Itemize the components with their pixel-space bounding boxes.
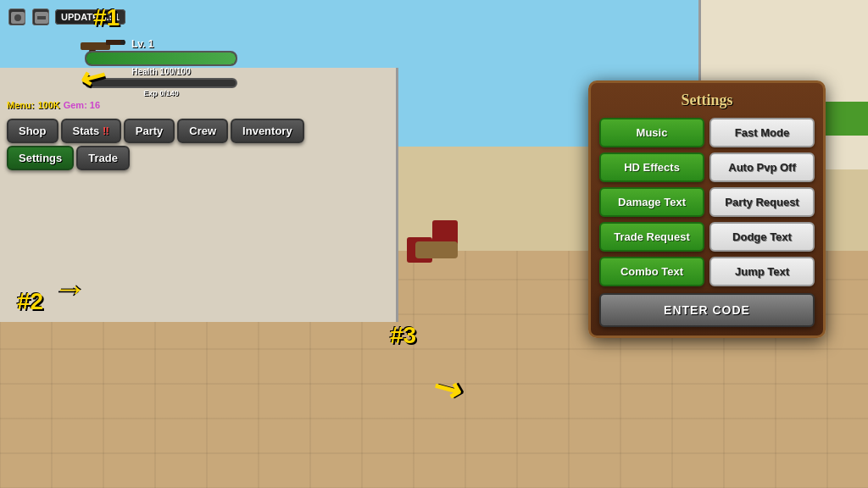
inventory-button[interactable]: Inventory [231, 119, 304, 143]
party-request-button[interactable]: Party Request [709, 187, 815, 217]
stats-row: Menu: 100K Gem: 16 [7, 100, 100, 110]
shop-button[interactable]: Shop [7, 119, 58, 143]
svg-point-7 [120, 40, 125, 45]
health-bar-fill [86, 53, 236, 64]
hd-effects-button[interactable]: HD Effects [599, 152, 704, 182]
game-icon-1 [8, 8, 25, 25]
fast-mode-button[interactable]: Fast Mode [709, 118, 815, 147]
settings-title: Settings [599, 92, 815, 109]
settings-grid: Music Fast Mode HD Effects Auto Pvp Off … [599, 118, 815, 286]
nav-row-1: Shop Stats ‼ Party Crew Inventory [7, 119, 304, 143]
auto-pvp-button[interactable]: Auto Pvp Off [709, 152, 815, 182]
nav-row-2: Settings Trade [7, 146, 130, 170]
stats-notification: ‼ [103, 125, 109, 137]
annotation-number-1: #1 [93, 4, 120, 31]
health-bar-bg [85, 51, 237, 66]
dodge-text-button[interactable]: Dodge Text [709, 222, 815, 252]
svg-point-1 [14, 14, 21, 21]
gem-label: Gem: 16 [64, 100, 100, 110]
settings-button[interactable]: Settings [7, 146, 74, 170]
trade-request-button[interactable]: Trade Request [599, 222, 704, 252]
table-object [415, 241, 458, 258]
svg-rect-4 [81, 42, 110, 50]
jump-text-button[interactable]: Jump Text [709, 257, 815, 286]
crew-button[interactable]: Crew [177, 119, 228, 143]
game-icon-2 [32, 8, 49, 25]
level-display: Lv. 1 [131, 38, 153, 50]
damage-text-button[interactable]: Damage Text [599, 187, 704, 217]
exp-bar-bg [85, 78, 237, 88]
annotation-number-2: #2 ↑ [17, 288, 43, 315]
stats-button[interactable]: Stats ‼ [61, 119, 121, 143]
exp-text: Exp 0/140 [85, 89, 237, 97]
music-button[interactable]: Music [599, 118, 704, 147]
beli-amount: 100K [37, 100, 59, 110]
svg-rect-3 [37, 16, 46, 19]
annotation-number-3: #3 [390, 322, 416, 349]
enter-code-button[interactable]: ENTER CODE [599, 293, 815, 327]
party-button[interactable]: Party [124, 119, 175, 143]
settings-panel: Settings Music Fast Mode HD Effects Auto… [588, 80, 826, 338]
trade-button[interactable]: Trade [76, 146, 130, 170]
combo-text-button[interactable]: Combo Text [599, 257, 704, 286]
menu-label: Menu: [7, 100, 34, 110]
